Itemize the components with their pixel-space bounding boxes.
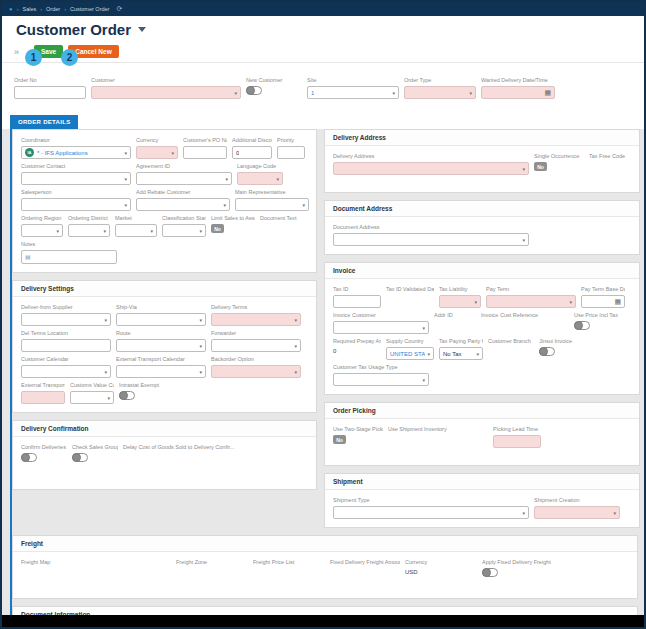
check-sales-group-label: Check Sales Group ... xyxy=(72,444,118,451)
customer-branch-field: Customer Branch xyxy=(488,338,534,347)
pay-term-base-date-date-input[interactable]: ▦ xyxy=(581,295,625,308)
delivery-terms-select[interactable]: ▾ xyxy=(211,313,301,326)
del-terms-location-input[interactable] xyxy=(21,339,111,352)
tab-order-details[interactable]: ORDER DETAILS xyxy=(10,115,78,129)
classification-standard-select[interactable]: ▾ xyxy=(162,224,206,237)
breadcrumb-item-sales[interactable]: Sales xyxy=(22,6,36,12)
add-rebate-customer-select[interactable]: ▾ xyxy=(136,198,230,211)
breadcrumb: ● › Sales › Order › Customer Order ⟳ xyxy=(2,2,644,16)
customer-calendar-select[interactable]: ▾ xyxy=(21,365,111,378)
app-dot-icon: ● xyxy=(9,6,13,12)
shipment-type-select[interactable]: ▾ xyxy=(333,506,529,519)
pay-term-base-date-calendar-icon[interactable]: ▦ xyxy=(614,298,621,306)
jinsui-invoice-label: Jinsui Invoice xyxy=(539,338,579,345)
customer-calendar-field: Customer Calendar▾ xyxy=(21,356,111,378)
deliver-from-supplier-select[interactable]: ▾ xyxy=(21,313,111,326)
breadcrumb-item-customer-order[interactable]: Customer Order xyxy=(70,6,109,12)
ordering-region-select[interactable]: ▾ xyxy=(21,224,63,237)
document-address-select[interactable]: ▾ xyxy=(333,233,529,246)
use-price-incl-tax-label: Use Price Incl Tax xyxy=(574,312,618,319)
document-text-field: Document Text xyxy=(260,215,300,224)
use-shipment-inventory-field: Use Shipment Inventory xyxy=(388,426,488,435)
customs-value-currency-field: Customs Value Curr...▾ xyxy=(70,382,114,404)
panel-order-details-main: CoordinatorIA* - IFS Applications▾Curren… xyxy=(12,129,317,273)
invoice-customer-select[interactable]: ▾ xyxy=(333,321,429,334)
customer-tax-usage-type-field: Customer Tax Usage Type▾ xyxy=(333,364,429,386)
customs-value-currency-select[interactable]: ▾ xyxy=(70,391,114,404)
route-select[interactable]: ▾ xyxy=(116,339,206,352)
tax-paying-party-select[interactable]: No Tax▾ xyxy=(439,347,483,360)
refresh-icon[interactable]: ⟳ xyxy=(116,5,122,13)
main-representative-select[interactable]: ▾ xyxy=(235,198,309,211)
shipment-creation-select[interactable]: ▾ xyxy=(534,506,620,519)
external-transport-calendar-select[interactable]: ▾ xyxy=(116,365,206,378)
customer-tax-usage-type-select[interactable]: ▾ xyxy=(333,373,429,386)
apply-fixed-delivery-freight-toggle[interactable] xyxy=(482,568,498,577)
coordinator-select[interactable]: IA* - IFS Applications▾ xyxy=(21,146,131,159)
picking-lead-time-input[interactable] xyxy=(493,435,541,448)
agreement-id-select[interactable]: ▾ xyxy=(136,172,232,185)
expand-toolbar-icon[interactable]: » xyxy=(14,47,19,57)
external-transport-lead-time-field: External Transport ... xyxy=(21,382,65,404)
intrastat-exempt-toggle[interactable] xyxy=(119,391,135,400)
backorder-option-select[interactable]: ▾ xyxy=(211,365,301,378)
tax-id-input[interactable] xyxy=(333,295,381,308)
picking-lead-time-label: Picking Lead Time xyxy=(493,426,541,433)
currency-select[interactable]: ▾ xyxy=(136,146,178,159)
priority-input[interactable] xyxy=(277,146,305,159)
language-code-select[interactable]: ▾ xyxy=(237,172,283,185)
jinsui-invoice-toggle[interactable] xyxy=(539,347,555,356)
route-field: Route▾ xyxy=(116,330,206,352)
check-sales-group-toggle[interactable] xyxy=(72,453,88,462)
pay-term-label: Pay Term xyxy=(486,286,576,293)
notes-textarea[interactable]: ▤ xyxy=(21,250,117,264)
freight-currency-value: USD xyxy=(405,569,477,575)
breadcrumb-item-order[interactable]: Order xyxy=(46,6,60,12)
market-label: Market xyxy=(115,215,157,222)
customer-select[interactable]: ▾ xyxy=(91,86,241,99)
wanted-delivery-datetime-calendar-icon[interactable]: ▦ xyxy=(544,89,551,97)
use-price-incl-tax-toggle[interactable] xyxy=(574,321,590,330)
add-rebate-customer-caret-icon: ▾ xyxy=(221,202,226,208)
salesperson-select[interactable]: ▾ xyxy=(21,198,131,211)
main-representative-caret-icon: ▾ xyxy=(300,202,305,208)
confirm-deliveries-toggle[interactable] xyxy=(21,453,37,462)
forwarder-select[interactable]: ▾ xyxy=(211,339,301,352)
pay-term-select[interactable]: ▾ xyxy=(486,295,576,308)
freight-currency-label: Currency xyxy=(405,559,477,566)
left-column: CoordinatorIA* - IFS Applications▾Curren… xyxy=(12,129,317,490)
tax-liability-select[interactable]: ▾ xyxy=(439,295,481,308)
supply-country-value: UNITED STA... xyxy=(390,351,425,357)
additional-discount-input[interactable]: 0 xyxy=(232,146,272,159)
order-type-select[interactable]: ▾ xyxy=(404,86,476,99)
breadcrumb-separator: › xyxy=(17,6,19,12)
new-customer-toggle[interactable] xyxy=(246,86,262,95)
delivery-address-select[interactable]: ▾ xyxy=(333,162,529,175)
supply-country-select[interactable]: UNITED STA...▾ xyxy=(386,347,434,360)
customers-po-no-input[interactable] xyxy=(183,146,227,159)
del-terms-location-label: Del Terms Location xyxy=(21,330,111,337)
order-no-input[interactable] xyxy=(14,86,86,99)
invoice-customer-field: Invoice Customer▾ xyxy=(333,312,429,334)
panel-shipment: Shipment Shipment Type▾Shipment Creation… xyxy=(324,473,640,528)
route-caret-icon: ▾ xyxy=(197,343,202,349)
annotation-callout-2: 2 xyxy=(61,49,78,66)
market-caret-icon: ▾ xyxy=(148,228,153,234)
wanted-delivery-datetime-date-input[interactable]: ▦ xyxy=(481,86,555,99)
site-select[interactable]: 1▾ xyxy=(307,86,399,99)
order-details-content: CoordinatorIA* - IFS Applications▾Curren… xyxy=(10,129,638,615)
page-title-wrap: Customer Order xyxy=(16,21,146,38)
freight-zone-field: Freight Zone xyxy=(176,559,248,568)
panel-freight: Freight Freight MapFreight ZoneFreight P… xyxy=(12,535,638,599)
external-transport-lead-time-input[interactable] xyxy=(21,391,65,404)
title-caret-icon[interactable] xyxy=(138,27,146,32)
market-select[interactable]: ▾ xyxy=(115,224,157,237)
ship-via-select[interactable]: ▾ xyxy=(116,313,206,326)
currency-caret-icon: ▾ xyxy=(169,150,174,156)
freight-zone-label: Freight Zone xyxy=(176,559,248,566)
order-type-caret-icon: ▾ xyxy=(467,90,472,96)
ordering-district-select[interactable]: ▾ xyxy=(68,224,110,237)
customer-contact-select[interactable]: ▾ xyxy=(21,172,131,185)
tax-id-label: Tax ID xyxy=(333,286,381,293)
delivery-terms-label: Delivery Terms xyxy=(211,304,301,311)
